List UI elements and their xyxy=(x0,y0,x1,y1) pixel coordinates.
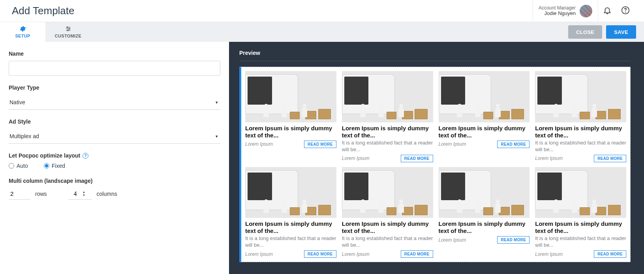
ad-title: Lorem Ipsum is simply dummy text of the.… xyxy=(439,220,530,235)
ad-thumbnail xyxy=(245,167,336,218)
ad-card: Lorem Ipsum is simply dummy text of the.… xyxy=(342,167,433,258)
layout-radio-fixed-input[interactable] xyxy=(44,163,49,169)
ad-source: Lorem Ipsum xyxy=(342,251,370,257)
layout-radio-fixed-label: Fixed xyxy=(52,163,65,169)
ad-thumbnail xyxy=(245,71,336,122)
ad-description: It is a long established fact that a rea… xyxy=(535,140,626,153)
account-name: Jodie Nguyen xyxy=(539,11,576,16)
ad-style-label: Ad Style xyxy=(9,118,220,125)
svg-point-1 xyxy=(625,12,626,12)
name-input[interactable] xyxy=(9,61,220,76)
ad-card: Lorem Ipsum is simply dummy text of the.… xyxy=(535,167,626,258)
save-button[interactable]: SAVE xyxy=(606,25,636,39)
read-more-button[interactable]: READ MORE xyxy=(497,236,529,244)
ad-title: Lorem Ipsum is simply dummy text of the.… xyxy=(535,220,626,235)
ad-thumbnail xyxy=(439,71,530,122)
columns-caption: columns xyxy=(97,191,117,197)
ad-description: It is a long established fact that a rea… xyxy=(342,140,433,153)
bell-icon xyxy=(603,6,612,16)
tab-setup[interactable]: SETUP xyxy=(0,22,45,42)
notifications-button[interactable] xyxy=(598,0,616,22)
ad-title: Lorem Ipsum is simply dummy text of the.… xyxy=(535,125,626,139)
ad-description: It is a long established fact that a rea… xyxy=(535,235,626,249)
ad-thumbnail xyxy=(439,167,530,218)
columns-input[interactable] xyxy=(68,190,83,197)
help-icon[interactable]: ? xyxy=(83,153,88,159)
layout-radio-auto-input[interactable] xyxy=(9,163,14,169)
player-type-label: Player Type xyxy=(9,84,220,91)
ad-card: Lorem Ipsum is simply dummy text of the.… xyxy=(439,167,530,258)
name-label: Name xyxy=(9,51,220,57)
help-button[interactable] xyxy=(616,0,635,22)
preview-grid: Lorem Ipsum is simply dummy text of the.… xyxy=(239,67,631,262)
ad-title: Lorem Ipsum is simply dummy text of the.… xyxy=(439,125,530,139)
account-role: Account Manager xyxy=(539,6,576,11)
ad-source: Lorem Ipsum xyxy=(245,141,273,147)
ad-card: Lorem Ipsum is simply dummy text of the.… xyxy=(245,167,336,258)
read-more-button[interactable]: READ MORE xyxy=(594,155,626,162)
layout-radio-auto[interactable]: Auto xyxy=(9,163,28,169)
ad-card: Lorem Ipsum is simply dummy text of the.… xyxy=(342,71,433,162)
ad-title: Lorem Ipsum is simply dummy text of the.… xyxy=(245,220,336,235)
sliders-icon xyxy=(65,26,71,33)
ad-thumbnail xyxy=(535,71,626,122)
ad-card: Lorem Ipsum is simply dummy text of the.… xyxy=(439,71,530,162)
read-more-button[interactable]: READ MORE xyxy=(304,141,336,148)
ad-source: Lorem Ipsum xyxy=(535,251,563,257)
ad-thumbnail xyxy=(342,71,433,122)
player-type-select[interactable] xyxy=(9,95,220,110)
account-block[interactable]: Account Manager Jodie Nguyen xyxy=(533,0,598,22)
ad-card: Lorem Ipsum is simply dummy text of the.… xyxy=(245,71,336,162)
avatar xyxy=(580,5,592,17)
read-more-button[interactable]: READ MORE xyxy=(401,155,433,162)
ad-description: It is a long established fact that a rea… xyxy=(342,235,433,249)
tab-label: CUSTOMIZE xyxy=(55,34,81,38)
ad-source: Lorem Ipsum xyxy=(439,141,466,147)
read-more-button[interactable]: READ MORE xyxy=(594,250,626,258)
preview-title: Preview xyxy=(239,50,260,56)
close-button[interactable]: CLOSE xyxy=(568,25,602,39)
read-more-button[interactable]: READ MORE xyxy=(401,250,433,258)
layout-label: Let Pocpoc optimize layout xyxy=(9,152,80,159)
ad-title: Lorem Ipsum is simply dummy text of the.… xyxy=(245,125,336,139)
help-icon xyxy=(621,6,630,16)
ad-source: Lorem Ipsum xyxy=(535,156,563,161)
ad-source: Lorem Ipsum xyxy=(439,237,466,243)
ad-thumbnail xyxy=(342,167,433,218)
ad-source: Lorem Ipsum xyxy=(245,251,273,257)
ad-title: Lorem Ipsum is simply dummy text of the.… xyxy=(342,220,433,235)
gear-icon xyxy=(20,26,26,33)
ad-description: It is a long established fact that a rea… xyxy=(245,235,336,249)
chevron-down-icon[interactable]: ▼ xyxy=(83,194,86,197)
tab-customize[interactable]: CUSTOMIZE xyxy=(45,22,91,42)
read-more-button[interactable]: READ MORE xyxy=(497,141,529,148)
rows-caption: rows xyxy=(35,191,47,197)
page-title: Add Template xyxy=(12,5,75,17)
ad-card: Lorem Ipsum is simply dummy text of the.… xyxy=(535,71,626,162)
multi-col-label: Multi column (landscape image) xyxy=(9,178,220,184)
read-more-button[interactable]: READ MORE xyxy=(304,250,336,258)
ad-title: Lorem Ipsum is simply dummy text of the.… xyxy=(342,125,433,139)
ad-source: Lorem Ipsum xyxy=(342,156,370,161)
ad-style-select[interactable] xyxy=(9,129,220,144)
rows-input[interactable] xyxy=(9,188,30,200)
tab-label: SETUP xyxy=(15,34,30,38)
layout-radio-auto-label: Auto xyxy=(17,163,28,169)
ad-thumbnail xyxy=(535,167,626,218)
layout-radio-fixed[interactable]: Fixed xyxy=(44,163,65,169)
